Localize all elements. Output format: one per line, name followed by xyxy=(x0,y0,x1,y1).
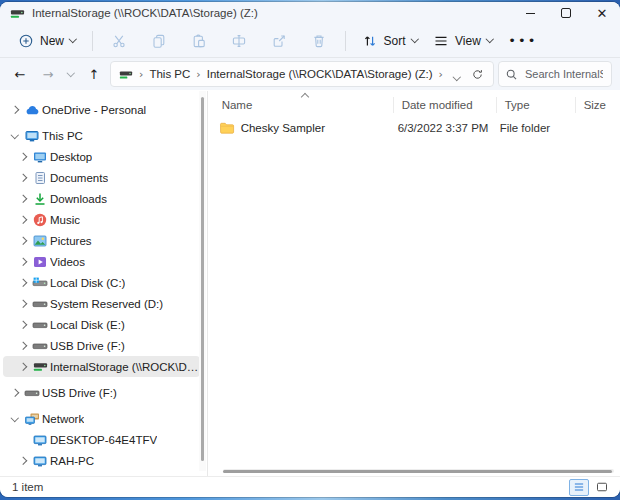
file-row-chesky-sampler[interactable]: Chesky Sampler6/3/2022 3:37 PMFile folde… xyxy=(208,117,612,139)
sidebar-item-local-disk-c[interactable]: Local Disk (C:) xyxy=(3,272,200,293)
sidebar-item-desktop-64e4tfv[interactable]: DESKTOP-64E4TFV xyxy=(3,429,200,450)
breadcrumb-separator-icon: › xyxy=(137,68,145,81)
column-header-size[interactable]: Size xyxy=(575,97,612,113)
sidebar-item-pictures[interactable]: Pictures xyxy=(3,230,200,251)
sidebar-item-usb-drive-f[interactable]: USB Drive (F:) xyxy=(3,382,200,403)
chevron-right-icon[interactable] xyxy=(15,175,30,181)
sidebar-item-onedrive-personal[interactable]: OneDrive - Personal xyxy=(3,99,200,120)
chevron-right-icon[interactable] xyxy=(15,280,30,286)
delete-button[interactable] xyxy=(305,28,333,54)
minimize-button[interactable] xyxy=(512,2,548,24)
chevron-right-icon[interactable] xyxy=(15,364,30,370)
clipboard-actions xyxy=(101,28,337,54)
thumbnails-view-button[interactable] xyxy=(592,479,612,496)
desktop: InternalStorage (\\ROCK\DATA\Storage) (Z… xyxy=(0,0,620,500)
sidebar-scrollbar[interactable] xyxy=(199,91,206,471)
view-button[interactable]: View xyxy=(425,28,500,54)
sidebar-item-label: Downloads xyxy=(50,193,107,205)
file-name-cell[interactable]: Chesky Sampler xyxy=(208,120,390,136)
chevron-right-icon[interactable] xyxy=(15,322,30,328)
up-button[interactable]: ↑ xyxy=(82,62,106,86)
sidebar-item-label: InternalStorage (\\ROCK\DATA\Storage) (Z… xyxy=(50,361,200,373)
chevron-right-icon[interactable] xyxy=(15,259,30,265)
sidebar-scrollbar-thumb[interactable] xyxy=(201,97,204,461)
toolbar-separator xyxy=(345,31,346,51)
chevron-down-icon xyxy=(410,35,418,43)
breadcrumb[interactable]: › This PC›InternalStorage (\\ROCK\DATA\S… xyxy=(110,61,494,87)
network-drive-icon xyxy=(119,67,133,81)
sidebar-item-label: USB Drive (F:) xyxy=(42,387,117,399)
chevron-right-icon[interactable] xyxy=(15,217,30,223)
horizontal-scrollbar-thumb[interactable] xyxy=(223,470,612,473)
sidebar-item-music[interactable]: Music xyxy=(3,209,200,230)
copy-button[interactable] xyxy=(145,28,173,54)
command-toolbar: New Sort View ••• xyxy=(0,24,620,58)
rename-button[interactable] xyxy=(225,28,253,54)
network-drive-icon xyxy=(10,6,25,21)
forward-button[interactable]: → xyxy=(36,62,60,86)
chevron-right-icon[interactable] xyxy=(7,107,22,113)
sidebar-item-label: Music xyxy=(50,214,80,226)
maximize-icon xyxy=(561,8,571,18)
chevron-down-icon[interactable] xyxy=(7,417,22,421)
back-button[interactable]: ← xyxy=(8,62,32,86)
breadcrumb-item-this-pc[interactable]: This PC xyxy=(145,66,194,82)
sidebar-item-documents[interactable]: Documents xyxy=(3,167,200,188)
sidebar-item-label: Pictures xyxy=(50,235,92,247)
maximize-button[interactable] xyxy=(548,2,584,24)
column-header-date-modified[interactable]: Date modified xyxy=(393,97,496,113)
chevron-down-icon xyxy=(486,35,494,43)
chevron-right-icon[interactable] xyxy=(15,238,30,244)
documents-icon xyxy=(30,170,50,186)
address-dropdown-button[interactable] xyxy=(446,65,468,83)
refresh-button[interactable] xyxy=(467,64,487,84)
search-box[interactable] xyxy=(498,61,612,87)
sidebar-item-system-reserved-d[interactable]: System Reserved (D:) xyxy=(3,293,200,314)
chevron-right-icon[interactable] xyxy=(15,343,30,349)
chevron-right-icon[interactable] xyxy=(15,154,30,160)
chevron-right-icon[interactable] xyxy=(7,390,22,396)
details-view-button[interactable] xyxy=(569,479,589,496)
system-drive-icon xyxy=(30,275,50,291)
sidebar-item-local-disk-e[interactable]: Local Disk (E:) xyxy=(3,314,200,335)
drive-icon xyxy=(22,385,42,401)
more-options-button[interactable]: ••• xyxy=(500,33,545,48)
file-type: File folder xyxy=(492,122,570,134)
horizontal-scrollbar[interactable] xyxy=(223,469,614,473)
chevron-right-icon[interactable] xyxy=(15,196,30,202)
copy-icon xyxy=(151,33,167,49)
sidebar-item-internalstorage-rock-data-storage-z[interactable]: InternalStorage (\\ROCK\DATA\Storage) (Z… xyxy=(3,356,200,377)
breadcrumb-separator-icon[interactable]: › xyxy=(437,68,445,81)
breadcrumb-item-internalstorage-rock-data-storage-z[interactable]: InternalStorage (\\ROCK\DATA\Storage) (Z… xyxy=(203,66,437,82)
column-header-type[interactable]: Type xyxy=(496,97,575,113)
search-input[interactable] xyxy=(523,67,605,81)
breadcrumb-separator-icon[interactable]: › xyxy=(194,68,202,81)
file-name-label: Chesky Sampler xyxy=(241,122,325,134)
sidebar-item-network[interactable]: Network xyxy=(3,408,200,429)
column-header-name[interactable]: Name xyxy=(208,97,393,113)
recent-locations-button[interactable] xyxy=(64,62,78,86)
title-bar[interactable]: InternalStorage (\\ROCK\DATA\Storage) (Z… xyxy=(0,2,620,24)
rename-icon xyxy=(231,33,247,49)
share-button[interactable] xyxy=(265,28,293,54)
window-title: InternalStorage (\\ROCK\DATA\Storage) (Z… xyxy=(32,7,512,19)
sidebar-item-this-pc[interactable]: This PC xyxy=(3,125,200,146)
sidebar-item-videos[interactable]: Videos xyxy=(3,251,200,272)
chevron-down-icon xyxy=(452,72,460,80)
status-bar: 1 item xyxy=(0,476,620,497)
navigation-pane: OneDrive - PersonalThis PCDesktopDocumen… xyxy=(0,91,203,477)
sidebar-item-usb-drive-f[interactable]: USB Drive (F:) xyxy=(3,335,200,356)
sidebar-item-desktop[interactable]: Desktop xyxy=(3,146,200,167)
cut-button[interactable] xyxy=(105,28,133,54)
new-button[interactable]: New xyxy=(10,28,84,54)
close-button[interactable]: ✕ xyxy=(584,2,620,24)
chevron-down-icon[interactable] xyxy=(7,134,22,138)
sidebar-item-rah-pc[interactable]: RAH-PC xyxy=(3,450,200,471)
paste-button[interactable] xyxy=(185,28,213,54)
chevron-right-icon[interactable] xyxy=(15,301,30,307)
chevron-right-icon[interactable] xyxy=(15,458,30,464)
sidebar-item-downloads[interactable]: Downloads xyxy=(3,188,200,209)
sidebar-item-label: This PC xyxy=(42,130,83,142)
sort-button[interactable]: Sort xyxy=(354,28,426,54)
network-drive-icon xyxy=(30,359,50,375)
